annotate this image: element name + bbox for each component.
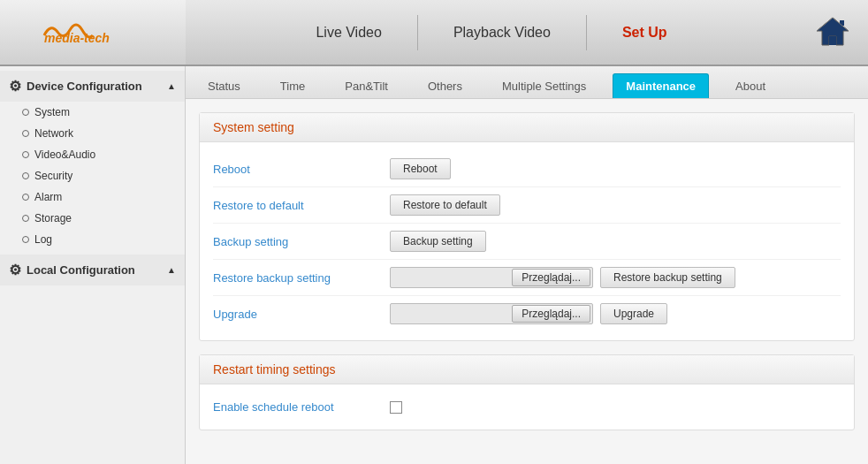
- upgrade-action-button[interactable]: Upgrade: [600, 303, 667, 324]
- controls-enable-schedule-reboot: [390, 401, 402, 414]
- controls-restore-default: Restore to default: [390, 194, 500, 216]
- home-icon[interactable]: [815, 13, 850, 51]
- label-backup: Backup setting: [213, 235, 390, 248]
- tab-multiple-settings[interactable]: Multiple Settings: [489, 73, 599, 98]
- device-config-header[interactable]: ⚙ Device Configuration ▲: [0, 71, 185, 102]
- restore-default-button[interactable]: Restore to default: [390, 194, 500, 216]
- tab-status[interactable]: Status: [194, 73, 254, 98]
- restart-timing-title: Restart timing settings: [200, 355, 854, 384]
- controls-upgrade: Przeglądaj... Upgrade: [390, 303, 667, 324]
- label-restore-backup: Restore backup setting: [213, 271, 390, 285]
- svg-text:media-tech: media-tech: [44, 31, 110, 44]
- device-config-section: ⚙ Device Configuration ▲ System Network …: [0, 71, 185, 250]
- header: media-tech Live Video Playback Video Set…: [0, 0, 868, 66]
- restore-backup-action-button[interactable]: Restore backup setting: [600, 267, 735, 288]
- radio-dot: [22, 172, 29, 179]
- controls-backup: Backup setting: [390, 231, 486, 252]
- controls-restore-backup: Przeglądaj... Restore backup setting: [390, 267, 735, 288]
- system-setting-title: System setting: [200, 113, 854, 142]
- radio-dot: [22, 130, 29, 137]
- logo-area: media-tech: [0, 0, 186, 65]
- backup-setting-button[interactable]: Backup setting: [390, 231, 486, 252]
- system-setting-body: Reboot Reboot Restore to default: [200, 142, 854, 340]
- chevron-up-icon-local: ▲: [167, 265, 176, 275]
- radio-dot: [22, 151, 29, 158]
- nav-tabs-header: Live Video Playback Video Set Up: [186, 0, 797, 65]
- tab-maintenance[interactable]: Maintenance: [613, 73, 709, 98]
- enable-schedule-reboot-checkbox[interactable]: [390, 401, 402, 414]
- local-config-section: ⚙ Local Configuration ▲: [0, 255, 185, 285]
- nav-tab-playback-video[interactable]: Playback Video: [418, 0, 586, 65]
- gear-icon: ⚙: [9, 78, 21, 95]
- label-restore-default: Restore to default: [213, 199, 390, 212]
- content-area: Status Time Pan&Tilt Others Multiple Set…: [186, 66, 868, 464]
- row-upgrade: Upgrade Przeglądaj... Upgrade: [213, 296, 841, 331]
- reboot-button[interactable]: Reboot: [390, 158, 451, 179]
- radio-dot: [22, 109, 29, 116]
- system-setting-section: System setting Reboot Reboot: [199, 112, 855, 341]
- upgrade-browse-button[interactable]: Przeglądaj...: [512, 305, 590, 323]
- sidebar-item-log[interactable]: Log: [0, 229, 185, 250]
- label-enable-schedule-reboot: Enable schedule reboot: [213, 400, 390, 414]
- nav-tab-live-video[interactable]: Live Video: [280, 0, 416, 65]
- logo: media-tech: [40, 16, 146, 49]
- restore-backup-browse-button[interactable]: Przeglądaj...: [512, 269, 590, 286]
- sub-tabs: Status Time Pan&Tilt Others Multiple Set…: [186, 66, 868, 99]
- restore-backup-file-input[interactable]: Przeglądaj...: [390, 267, 593, 288]
- label-upgrade: Upgrade: [213, 308, 390, 321]
- radio-dot: [22, 215, 29, 222]
- logo-top-text: media-tech: [40, 16, 146, 49]
- controls-reboot: Reboot: [390, 158, 451, 179]
- panel: System setting Reboot Reboot: [186, 99, 868, 464]
- tab-others[interactable]: Others: [415, 73, 476, 98]
- row-backup: Backup setting Backup setting: [213, 224, 841, 260]
- gear-icon-local: ⚙: [9, 262, 21, 278]
- label-reboot: Reboot: [213, 163, 390, 176]
- svg-rect-2: [829, 36, 836, 45]
- sidebar-item-storage[interactable]: Storage: [0, 208, 185, 229]
- radio-dot: [22, 194, 29, 201]
- main-container: ⚙ Device Configuration ▲ System Network …: [0, 66, 868, 464]
- sidebar-item-video-audio[interactable]: Video&Audio: [0, 144, 185, 165]
- row-restore-backup: Restore backup setting Przeglądaj... Res…: [213, 260, 841, 296]
- chevron-up-icon: ▲: [167, 81, 176, 91]
- sidebar: ⚙ Device Configuration ▲ System Network …: [0, 66, 186, 464]
- row-restore-default: Restore to default Restore to default: [213, 187, 841, 224]
- row-reboot: Reboot Reboot: [213, 151, 841, 187]
- radio-dot: [22, 236, 29, 243]
- sidebar-item-system[interactable]: System: [0, 102, 185, 123]
- upgrade-file-input[interactable]: Przeglądaj...: [390, 303, 593, 324]
- nav-tab-setup[interactable]: Set Up: [587, 0, 703, 65]
- row-enable-schedule-reboot: Enable schedule reboot: [213, 393, 841, 421]
- tab-time[interactable]: Time: [267, 73, 318, 98]
- sidebar-item-security[interactable]: Security: [0, 165, 185, 186]
- tab-about[interactable]: About: [722, 73, 779, 98]
- home-icon-area[interactable]: [797, 0, 868, 65]
- sidebar-item-alarm[interactable]: Alarm: [0, 186, 185, 208]
- restart-timing-body: Enable schedule reboot: [200, 384, 854, 430]
- local-config-header[interactable]: ⚙ Local Configuration ▲: [0, 255, 185, 285]
- sidebar-item-network[interactable]: Network: [0, 123, 185, 144]
- restart-timing-section: Restart timing settings Enable schedule …: [199, 354, 855, 430]
- tab-pan-tilt[interactable]: Pan&Tilt: [331, 73, 401, 98]
